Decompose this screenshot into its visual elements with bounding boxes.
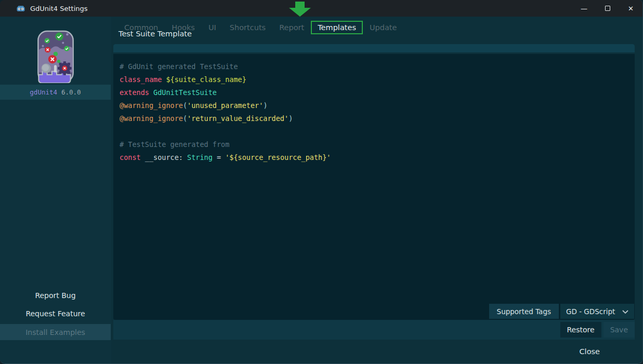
tab-templates[interactable]: Templates [311, 21, 363, 34]
tab-report[interactable]: Report [272, 21, 311, 34]
save-button[interactable]: Save [603, 322, 635, 338]
version-name: gdUnit4 [30, 88, 57, 96]
sidebar: gdUnit4 6.0.0 Report BugRequest FeatureI… [0, 17, 111, 363]
code-line: @warning_ignore('return_value_discarded'… [120, 112, 635, 125]
minimize-button[interactable]: — [572, 0, 596, 17]
main-panel: CommonHooksUIShortcutsReportTemplatesUpd… [111, 17, 642, 363]
window-content: gdUnit4 6.0.0 Report BugRequest FeatureI… [0, 17, 642, 363]
sidebar-button-report-bug[interactable]: Report Bug [0, 288, 111, 303]
close-button[interactable]: Close [567, 343, 613, 360]
tab-update[interactable]: Update [363, 21, 404, 34]
code-line [120, 125, 635, 138]
close-window-button[interactable]: ✕ [619, 0, 642, 17]
maximize-button[interactable] [596, 0, 619, 17]
tab-ui[interactable]: UI [202, 21, 223, 34]
template-editor-panel: # GdUnit generated TestSuiteclass_name $… [113, 44, 635, 320]
language-dropdown[interactable]: GD - GDScript [560, 304, 634, 319]
section-title: Test Suite Template [119, 30, 192, 38]
title-bar: GdUnit4 Settings — ✕ [0, 0, 642, 17]
sidebar-button-request-feature[interactable]: Request Feature [0, 306, 111, 321]
restore-button[interactable]: Restore [560, 322, 601, 338]
code-line: @warning_ignore('unused_parameter') [120, 99, 635, 112]
window-controls: — ✕ [572, 0, 642, 17]
editor-footer: Supported Tags GD - GDScript [489, 304, 634, 319]
maximize-icon [605, 6, 610, 11]
version-number: 6.0.0 [61, 88, 81, 96]
code-line: # GdUnit generated TestSuite [120, 60, 635, 73]
tab-shortcuts[interactable]: Shortcuts [223, 21, 272, 34]
editor-header-bar [113, 44, 635, 54]
code-line: extends GdUnitTestSuite [120, 86, 635, 99]
gdunit4-logo [0, 30, 111, 83]
green-arrow-annotation [289, 2, 311, 17]
gdunit4-settings-window: GdUnit4 Settings — ✕ [0, 0, 643, 364]
code-line: # TestSuite generated from [120, 138, 635, 151]
godot-app-icon [16, 5, 25, 12]
sidebar-button-install-examples: Install Examples [0, 324, 111, 340]
window-title: GdUnit4 Settings [30, 5, 88, 12]
code-area[interactable]: # GdUnit generated TestSuiteclass_name $… [113, 56, 635, 302]
language-dropdown-value: GD - GDScript [566, 307, 615, 316]
code-line: const __source: String = '${source_resou… [120, 151, 635, 164]
version-label: gdUnit4 6.0.0 [0, 85, 111, 100]
code-line: class_name ${suite_class_name} [120, 73, 635, 86]
supported-tags-button[interactable]: Supported Tags [489, 304, 559, 319]
chevron-down-icon [622, 310, 628, 314]
restore-save-row: Restore Save [113, 320, 635, 340]
